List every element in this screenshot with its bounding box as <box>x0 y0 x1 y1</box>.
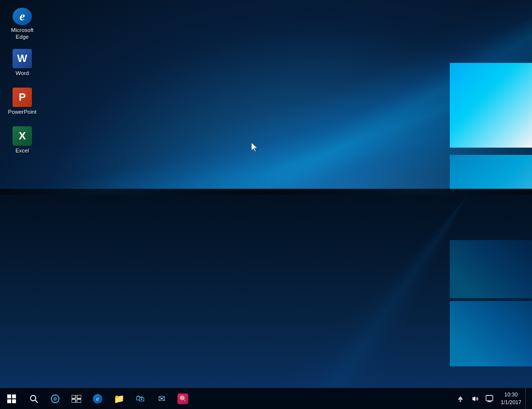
powerpoint-icon: P <box>13 88 32 107</box>
taskbar-edge-icon: e <box>93 394 103 404</box>
taskbar-store[interactable]: 🛍 <box>130 388 151 409</box>
svg-rect-6 <box>72 399 75 403</box>
start-icon-tr <box>12 394 16 398</box>
tray-network-icon[interactable] <box>453 388 468 409</box>
tray-date-value: 1/1/2017 <box>501 399 521 406</box>
taskbar-file-explorer[interactable]: 📁 <box>108 388 130 409</box>
tray-action-center-icon[interactable] <box>482 388 497 409</box>
svg-rect-7 <box>77 399 81 403</box>
start-icon-bl <box>7 399 11 403</box>
taskbar-extra-app[interactable]: 🍭 <box>172 388 193 409</box>
taskbar-mail[interactable]: ✉ <box>151 388 172 409</box>
taskbar-mail-icon: ✉ <box>158 394 165 404</box>
cortana-button[interactable] <box>44 388 66 409</box>
excel-icon: X <box>13 126 32 146</box>
desktop-icon-powerpoint[interactable]: P PowerPoint <box>2 82 42 121</box>
notification-area <box>453 388 497 409</box>
desktop-icons-container: e Microsoft Edge W Word P PowerPoint <box>2 5 42 160</box>
search-button[interactable] <box>23 388 44 409</box>
svg-point-8 <box>460 400 461 402</box>
start-icon <box>7 394 16 403</box>
action-center-icon <box>486 395 493 403</box>
task-view-icon <box>72 395 81 403</box>
win-logo-top-right <box>450 63 532 148</box>
start-icon-br <box>12 399 16 403</box>
desktop-icon-word[interactable]: W Word <box>2 44 42 82</box>
excel-icon-letter: X <box>19 130 26 142</box>
svg-point-0 <box>30 395 36 401</box>
cortana-icon <box>50 394 60 404</box>
svg-rect-5 <box>77 395 81 398</box>
desktop: e Microsoft Edge W Word P PowerPoint <box>0 0 532 409</box>
edge-icon: e <box>13 8 32 25</box>
word-icon: W <box>13 49 32 68</box>
desktop-icon-excel[interactable]: X Excel <box>2 121 42 160</box>
svg-rect-4 <box>72 395 75 398</box>
svg-point-3 <box>53 397 57 401</box>
tray-time-value: 10:30 <box>504 391 518 398</box>
svg-rect-10 <box>486 395 493 401</box>
desktop-icon-edge[interactable]: e Microsoft Edge <box>2 5 42 44</box>
edge-icon-letter: e <box>19 10 25 23</box>
network-icon <box>457 395 464 402</box>
task-view-button[interactable] <box>66 388 87 409</box>
start-button[interactable] <box>0 388 23 409</box>
taskbar: e 📁 🛍 ✉ 🍭 <box>0 388 532 409</box>
tray-volume-icon[interactable] <box>468 388 482 409</box>
win-logo-reflection-bottom <box>450 301 532 366</box>
volume-icon <box>471 395 479 402</box>
taskbar-folder-icon: 📁 <box>114 394 124 404</box>
reflection-area <box>0 195 532 388</box>
taskbar-store-icon: 🛍 <box>136 394 145 404</box>
horizontal-divider <box>0 189 532 195</box>
word-icon-letter: W <box>17 52 28 65</box>
tray-show-desktop[interactable] <box>525 388 528 409</box>
taskbar-game-icon: 🍭 <box>177 394 188 404</box>
svg-line-1 <box>35 400 38 403</box>
powerpoint-icon-letter: P <box>19 91 26 104</box>
start-icon-tl <box>7 394 11 398</box>
search-icon <box>30 394 38 403</box>
excel-icon-label: Excel <box>15 148 29 154</box>
win-logo-reflection-top <box>450 240 532 298</box>
system-tray: 10:30 1/1/2017 <box>453 388 532 409</box>
svg-marker-9 <box>473 396 475 401</box>
word-icon-label: Word <box>15 70 29 77</box>
edge-icon-label: Microsoft Edge <box>11 27 34 41</box>
powerpoint-icon-label: PowerPoint <box>8 109 37 116</box>
taskbar-edge[interactable]: e <box>87 388 108 409</box>
tray-clock[interactable]: 10:30 1/1/2017 <box>497 388 525 409</box>
